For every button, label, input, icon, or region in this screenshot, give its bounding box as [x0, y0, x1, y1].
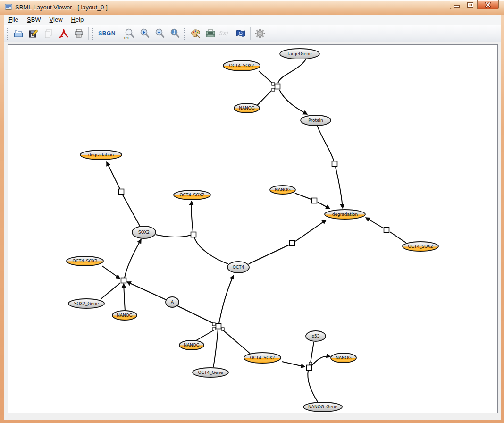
edge-handle[interactable] — [309, 362, 312, 365]
species-node[interactable]: targetGene — [280, 49, 319, 59]
reaction-edge — [366, 218, 383, 228]
zoom-fit-icon[interactable] — [168, 26, 182, 41]
reaction-node[interactable] — [191, 232, 196, 237]
species-label: SOX2_Gene — [74, 301, 99, 306]
reaction-edge — [219, 275, 234, 323]
toolbar-grip[interactable] — [7, 27, 8, 40]
reaction-edge — [282, 362, 305, 367]
reaction-node[interactable] — [307, 365, 312, 371]
client-area: targetGeneOCT4_SOX2NANOGProteindegradati… — [4, 42, 501, 420]
reaction-edge — [336, 167, 343, 208]
toolbar-separator — [250, 27, 251, 40]
species-node[interactable]: NANOG — [112, 311, 137, 320]
menu-bar: FileSBWViewHelp — [4, 15, 501, 25]
species-label: NANOG — [275, 187, 291, 192]
species-node[interactable]: p53 — [306, 331, 326, 341]
species-node[interactable]: OCT4_SOX2 — [403, 242, 438, 251]
reaction-edge — [317, 126, 334, 161]
species-node[interactable]: NANOG_Gene — [303, 402, 342, 412]
title-bar[interactable]: SBML Layout Viewer - [ layout_0 ] — [0, 0, 504, 15]
close-button[interactable] — [477, 0, 499, 9]
species-label: NANOG — [239, 106, 255, 110]
toolbar-separator — [120, 27, 120, 40]
species-label: OCT4_SOX2 — [179, 193, 204, 197]
reaction-edge — [176, 305, 213, 323]
copy-icon[interactable] — [42, 26, 56, 41]
formula-icon[interactable]: f(x)= — [218, 26, 233, 41]
reaction-node[interactable] — [121, 278, 126, 283]
species-node[interactable]: OCT4_SOX2 — [174, 190, 210, 200]
species-label: NANOG — [117, 313, 133, 318]
reaction-edge — [107, 162, 120, 189]
edge-handle[interactable] — [221, 328, 224, 330]
species-label: degradation — [332, 212, 358, 217]
layout-canvas[interactable]: targetGeneOCT4_SOX2NANOGProteindegradati… — [8, 44, 498, 413]
toolbar-grip[interactable] — [92, 27, 93, 40]
un-flag-icon[interactable] — [234, 26, 248, 41]
reaction-node[interactable] — [384, 228, 389, 233]
reaction-node[interactable] — [119, 189, 124, 195]
menu-view[interactable]: View — [45, 15, 67, 25]
species-node[interactable]: OCT4_Gene — [193, 368, 228, 377]
reaction-node[interactable] — [312, 198, 317, 203]
species-node[interactable]: OCT4_SOX2 — [67, 256, 103, 266]
restore-button[interactable] — [463, 0, 477, 9]
species-node[interactable]: A — [166, 297, 179, 307]
reaction-node[interactable] — [332, 161, 337, 167]
species-label: targetGene — [287, 51, 312, 56]
species-node[interactable]: OCT4_SOX2 — [244, 353, 281, 363]
species-node[interactable]: SOX2_Gene — [68, 299, 104, 308]
species-node[interactable]: Protein — [301, 115, 331, 126]
reaction-node[interactable] — [275, 84, 280, 89]
edge-handle[interactable] — [272, 88, 275, 91]
edge-handle[interactable] — [212, 323, 215, 326]
edge-handle[interactable] — [213, 327, 216, 330]
sbgn-icon[interactable]: SBGN — [96, 26, 118, 41]
reaction-edge — [390, 232, 406, 243]
reaction-edge — [278, 59, 306, 83]
species-node[interactable]: NANOG — [179, 340, 204, 350]
zoom-in-icon[interactable] — [138, 26, 152, 41]
reaction-edge — [295, 193, 311, 199]
menu-sbw[interactable]: SBW — [23, 15, 45, 25]
menu-help[interactable]: Help — [67, 15, 88, 25]
species-node[interactable]: NANOG — [270, 186, 295, 194]
species-node[interactable]: OCT4_SOX2 — [223, 60, 260, 71]
reaction-edge — [101, 283, 120, 299]
species-label: OCT4_SOX2 — [250, 355, 275, 360]
reaction-edge — [156, 235, 191, 237]
species-node[interactable]: SOX2 — [132, 226, 156, 238]
species-node[interactable]: degradation — [80, 150, 122, 160]
app-window: SBML Layout Viewer - [ layout_0 ] FileSB… — [0, 0, 504, 423]
reaction-edge — [311, 342, 314, 363]
zoom-actual-icon[interactable]: 1:1 — [123, 26, 137, 41]
species-node[interactable]: NANOG — [331, 353, 356, 363]
reaction-edge — [102, 266, 120, 279]
print-icon[interactable] — [72, 26, 86, 41]
reaction-edge — [213, 329, 218, 367]
minimize-button[interactable] — [450, 0, 463, 9]
reaction-edge — [279, 90, 307, 114]
export-pdf-icon[interactable] — [57, 26, 71, 41]
save-icon[interactable] — [26, 26, 41, 41]
palette-icon[interactable] — [188, 26, 202, 41]
settings-gear-icon[interactable] — [253, 26, 267, 41]
reaction-edge — [318, 202, 330, 209]
reaction-edge — [125, 239, 141, 278]
edge-handle[interactable] — [272, 83, 275, 85]
species-node[interactable]: degradation — [325, 210, 365, 219]
toolbar-grip[interactable] — [184, 27, 185, 40]
typewriter-icon[interactable] — [203, 26, 218, 41]
reaction-node[interactable] — [216, 324, 221, 329]
window-controls — [450, 0, 499, 9]
reaction-edge — [196, 330, 214, 340]
reaction-node[interactable] — [290, 241, 295, 246]
app-icon — [5, 4, 12, 11]
species-node[interactable]: NANOG — [234, 103, 260, 113]
zoom-out-icon[interactable] — [153, 26, 167, 41]
species-label: NANOG — [336, 355, 352, 360]
menu-file[interactable]: File — [4, 15, 23, 25]
reaction-edge — [312, 356, 330, 365]
species-node[interactable]: OCT4 — [227, 262, 249, 273]
open-icon[interactable] — [11, 26, 25, 41]
